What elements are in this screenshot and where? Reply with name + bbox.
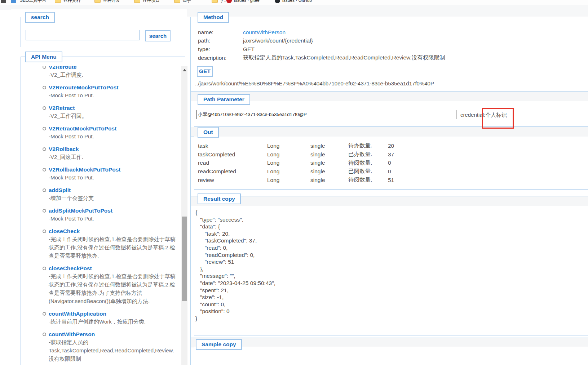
result-json-line: },	[195, 266, 203, 272]
api-menu-item-link[interactable]: countWithApplication	[49, 310, 178, 317]
bookmark-item[interactable]: 学习	[212, 0, 229, 4]
api-menu-item-description: -统计当前用户创建的Work，按应用分类.	[49, 317, 178, 326]
api-menu-item-description: -获取指定人员的Task,TaskCompleted,Read,ReadComp…	[49, 338, 178, 363]
top-gray-strip-right	[186, 5, 588, 17]
bookmark-label: 各种开发	[103, 0, 120, 4]
get-method-button[interactable]: GET	[197, 66, 213, 77]
api-menu-item: V2RollbackMockPutToPost -Mock Post To Pu…	[43, 166, 178, 182]
api-menu-item-link[interactable]: V2RerouteMockPutToPost	[49, 84, 178, 91]
search-button[interactable]: search	[145, 30, 171, 41]
circle-bullet-icon	[43, 312, 46, 316]
bookmark-item[interactable]: 各种项目	[134, 0, 160, 4]
bookmark-icon	[55, 0, 61, 3]
path-parameter-panel: credential:个人标识	[194, 101, 588, 127]
api-menu-item: V2RerouteMockPutToPost -Mock Post To Put…	[43, 84, 178, 99]
method-type-value: GET	[243, 46, 450, 53]
api-menu-item-link[interactable]: V2Retract	[49, 104, 178, 112]
api-menu-item-link[interactable]: addSplitMockPutToPost	[49, 207, 178, 214]
bookmark-item[interactable]: SEO工具平台	[20, 0, 46, 4]
circle-bullet-icon	[43, 209, 46, 213]
sample-copy-legend: Sample copy	[196, 339, 242, 350]
circle-bullet-icon	[43, 230, 46, 233]
out-panel: task Long single 待办数量. 20 taskCompleted …	[194, 137, 588, 190]
api-menu-item-description: -Mock Post To Put.	[49, 132, 178, 141]
circle-bullet-icon	[43, 127, 46, 130]
api-menu-item-link[interactable]: closeCheck	[49, 227, 178, 235]
result-json-line: "count": 0,	[195, 301, 225, 307]
api-menu-item-description: -Mock Post To Put.	[49, 91, 178, 99]
credential-input[interactable]	[196, 110, 456, 119]
bookmark-item[interactable]	[11, 0, 18, 4]
bookmark-label: 各种资料	[63, 0, 80, 4]
result-json-line: "spent": 21,	[195, 287, 229, 293]
out-value: 0	[388, 168, 522, 175]
circle-bullet-icon	[43, 86, 46, 89]
api-menu-list: V2Reroute -V2_工作调度. V2RerouteMockPutToPo…	[43, 66, 178, 365]
api-menu-item-link[interactable]: V2Reroute	[49, 66, 178, 71]
bookmark-icon	[275, 0, 280, 3]
bookmark-item[interactable]: issues · gitee	[226, 0, 260, 4]
out-table-row: readCompleted Long single 已阅数量. 0	[198, 167, 522, 176]
api-menu-item-link[interactable]: closeCheckPost	[49, 264, 178, 272]
api-menu-item-link[interactable]: V2RollbackMockPutToPost	[49, 166, 178, 173]
out-table-row: read Long single 待阅数量. 0	[198, 159, 522, 167]
out-label: 已办数量.	[348, 151, 388, 158]
method-type-label: type:	[198, 46, 243, 53]
out-legend: Out	[198, 127, 219, 138]
circle-bullet-icon	[43, 147, 46, 151]
out-multiplicity: single	[310, 177, 348, 183]
api-menu-item-description: -Mock Post To Put.	[49, 214, 178, 223]
api-menu-item-link[interactable]: V2Rollback	[49, 145, 178, 153]
circle-bullet-icon	[43, 106, 46, 110]
result-json-line: "position": 0	[195, 308, 230, 314]
bookmark-icon	[226, 0, 232, 3]
bookmark-icon	[94, 0, 101, 3]
api-menu-item: countWithPerson -获取指定人员的Task,TaskComplet…	[43, 330, 178, 363]
sample-copy-panel	[194, 347, 588, 365]
bookmark-item[interactable]: 各种资料	[55, 0, 80, 4]
out-header-band	[191, 127, 588, 137]
result-json-line: "message": "",	[195, 273, 235, 279]
api-menu-item-link[interactable]: addSplit	[49, 186, 178, 194]
out-type: Long	[267, 151, 310, 158]
api-menu-item: countWithApplication -统计当前用户创建的Work，按应用分…	[43, 310, 178, 326]
out-type: Long	[267, 160, 310, 166]
bookmark-icon	[212, 0, 218, 3]
api-menu-item: closeCheckPost -完成工作关闭时候的检查,1.检查是否要删除处于草…	[43, 264, 178, 305]
method-name-label: name:	[198, 29, 243, 36]
search-input[interactable]	[26, 30, 140, 40]
out-table-row: review Long single 待阅数量. 51	[198, 176, 522, 184]
api-menu-item-description: -完成工作关闭时候的检查,1.检查是否要删除处于草稿状态的工作,没有保存过任何数…	[49, 235, 178, 260]
bookmark-icon	[11, 0, 16, 3]
circle-bullet-icon	[43, 188, 46, 192]
api-menu-item: V2Retract -V2_工作召回。	[43, 104, 178, 120]
red-annotation-box	[482, 108, 514, 129]
result-json-line: "task": 20,	[195, 231, 230, 237]
out-field: taskCompleted	[198, 151, 267, 158]
method-legend: Method	[198, 12, 229, 23]
page-root: SEO工具平台 各种资料 各种开发 各种项目 知乎	[0, 0, 588, 365]
bookmark-item[interactable]: issues · GitHub	[275, 0, 312, 4]
method-name-value[interactable]: countWithPerson	[243, 29, 450, 36]
scrollbar[interactable]	[181, 66, 187, 365]
bookmark-label: issues · gitee	[234, 0, 260, 3]
scrollbar-thumb[interactable]	[182, 217, 187, 301]
bookmark-label: 知乎	[182, 0, 191, 4]
method-path-value: jaxrs/work/count/{credential}	[243, 37, 450, 44]
out-value: 37	[388, 151, 522, 158]
scroll-up-icon[interactable]	[183, 69, 186, 71]
bookmark-item[interactable]	[1, 0, 8, 4]
result-json-line: "review": 51	[195, 259, 234, 265]
path-parameter-header-band	[191, 91, 588, 101]
api-menu-item-link[interactable]: countWithPerson	[49, 330, 178, 338]
api-menu-item-link[interactable]: V2RetractMockPutToPost	[49, 125, 178, 132]
circle-bullet-icon	[43, 168, 46, 172]
out-field: readCompleted	[198, 168, 267, 175]
method-rows: name: countWithPerson path: jaxrs/work/c…	[198, 28, 450, 62]
bookmark-item[interactable]: 各种开发	[94, 0, 120, 4]
out-multiplicity: single	[310, 151, 348, 158]
method-panel: name: countWithPerson path: jaxrs/work/c…	[194, 17, 588, 92]
result-copy-panel: { "type": "success", "data": { "task": 2…	[194, 206, 588, 335]
out-multiplicity: single	[310, 168, 348, 175]
bookmark-item[interactable]: 知乎	[174, 0, 191, 4]
